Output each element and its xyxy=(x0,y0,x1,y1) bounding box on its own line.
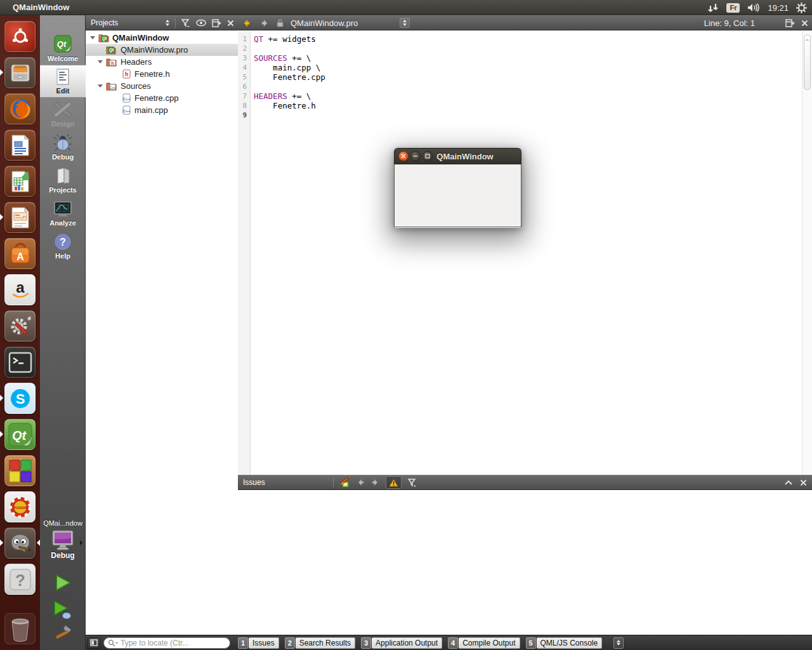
analyze-screen-icon xyxy=(53,200,72,218)
launcher-item-libreoffice-writer[interactable] xyxy=(4,129,36,161)
tree-row-pro-file[interactable]: Qt QMainWindow.pro xyxy=(86,44,238,56)
window-maximize-button[interactable] xyxy=(422,151,433,161)
mode-welcome[interactable]: Qt Welcome xyxy=(40,32,86,65)
scrollbar-thumb[interactable] xyxy=(804,34,811,90)
sync-with-editor-icon[interactable] xyxy=(196,17,206,29)
panel-selector-combo-icon[interactable] xyxy=(166,17,169,29)
filter-icon[interactable] xyxy=(181,17,190,29)
svg-text:POKER: POKER xyxy=(13,506,27,510)
prev-issue-button[interactable] xyxy=(357,476,365,489)
pane-button-search-results[interactable]: 2 Search Results xyxy=(285,637,355,649)
settings-gear-icon xyxy=(8,314,32,338)
tree-row-headers[interactable]: h Headers xyxy=(86,56,238,68)
mode-projects[interactable]: Projects xyxy=(40,164,86,197)
filter-issues-icon[interactable] xyxy=(408,476,417,489)
tree-row-sources[interactable]: C++ Sources xyxy=(86,80,238,92)
launcher-item-ubuntu-dash[interactable] xyxy=(4,21,36,52)
trash-icon xyxy=(9,616,32,642)
launcher-item-file-manager[interactable] xyxy=(4,57,36,88)
network-arrows-icon[interactable] xyxy=(707,1,719,14)
launcher-item-system-settings[interactable] xyxy=(4,310,36,342)
window-minimize-button[interactable] xyxy=(410,151,421,161)
launcher-item-libreoffice-calc[interactable] xyxy=(4,166,36,197)
calc-icon xyxy=(10,170,31,193)
svg-text:?: ? xyxy=(15,571,25,590)
expander-icon[interactable] xyxy=(98,56,103,68)
poker-chip-icon: POKER xyxy=(8,494,33,520)
split-panel-icon[interactable] xyxy=(212,17,221,29)
go-forward-button[interactable] xyxy=(259,17,268,29)
categories-icon[interactable] xyxy=(340,476,350,489)
document-dropdown[interactable] xyxy=(400,18,410,28)
code-view[interactable]: 1QT += widgets 2 3SOURCES += \ 4 main.cp… xyxy=(238,34,796,120)
debug-run-icon xyxy=(53,600,73,619)
build-button[interactable] xyxy=(49,622,77,645)
pane-button-issues[interactable]: 1 Issues xyxy=(238,637,279,649)
system-tray: Fr 19:21 xyxy=(707,0,807,15)
close-document-icon[interactable] xyxy=(801,17,808,29)
mode-help[interactable]: ? Help xyxy=(40,230,86,263)
volume-icon[interactable] xyxy=(747,1,760,14)
debug-run-button[interactable] xyxy=(49,598,77,621)
expand-panel-button[interactable] xyxy=(785,476,792,489)
launcher-item-qt-creator[interactable]: Qt xyxy=(4,419,36,450)
launcher-item-gimp[interactable] xyxy=(4,527,36,559)
pane-button-application-output[interactable]: 3 Application Output xyxy=(361,637,442,649)
issues-panel: Issues xyxy=(238,475,812,635)
show-warnings-toggle[interactable] xyxy=(386,476,402,489)
header-file-icon: h xyxy=(122,68,131,80)
editor-scrollbar[interactable] xyxy=(802,32,812,475)
menubar: QMainWindow Fr 19:21 xyxy=(0,0,812,15)
cursor-position: Line: 9, Col: 1 xyxy=(704,18,755,28)
run-button[interactable] xyxy=(49,571,77,594)
qmainwindow-app-window[interactable]: QMainWindow xyxy=(394,148,521,228)
window-close-button[interactable] xyxy=(398,151,409,161)
mode-debug[interactable]: Debug xyxy=(40,131,86,164)
svg-text:h: h xyxy=(125,71,128,77)
locator-field[interactable] xyxy=(103,637,230,649)
mode-edit[interactable]: Edit xyxy=(40,65,86,98)
launcher-item-qmainwindow-app[interactable]: ? xyxy=(4,564,36,595)
output-pane-selector[interactable] xyxy=(613,637,624,649)
mode-analyze[interactable]: Analyze xyxy=(40,197,86,230)
tree-row-fenetre-h[interactable]: h Fenetre.h xyxy=(86,68,238,80)
launcher-item-trash[interactable] xyxy=(4,613,36,644)
launcher-item-skype[interactable]: S xyxy=(4,383,36,414)
close-panel-icon[interactable] xyxy=(227,17,234,29)
locator-input[interactable] xyxy=(121,639,222,647)
launcher-item-terminal[interactable] xyxy=(4,347,36,378)
code-line: 1QT += widgets xyxy=(238,34,796,44)
expander-icon[interactable] xyxy=(90,32,95,44)
pane-button-qml-js-console[interactable]: 5 QML/JS Console xyxy=(526,637,603,649)
app-titlebar[interactable]: QMainWindow xyxy=(394,148,521,164)
mode-design[interactable]: Design xyxy=(40,98,86,131)
code-line: 6 xyxy=(238,82,796,91)
launcher-item-blocks-game[interactable] xyxy=(4,455,36,486)
tree-row-project-root[interactable]: Qt QMainWindow xyxy=(86,32,238,44)
launcher-item-poker[interactable]: POKER xyxy=(4,491,36,522)
build-target-selector[interactable]: Debug xyxy=(40,529,86,565)
svg-text:Qt: Qt xyxy=(109,48,114,53)
tree-row-main-cpp[interactable]: C++ main.cpp xyxy=(86,104,238,116)
sidebar-toggle-button[interactable] xyxy=(88,637,100,649)
expander-icon[interactable] xyxy=(98,80,103,92)
launcher-item-libreoffice-impress[interactable] xyxy=(4,202,36,233)
pane-button-compile-output[interactable]: 4 Compile Output xyxy=(448,637,520,649)
close-issues-button[interactable] xyxy=(800,476,807,489)
open-document-title: QMainWindow.pro xyxy=(291,18,358,28)
svg-text:S: S xyxy=(15,391,25,407)
launcher-item-amazon[interactable]: a xyxy=(4,274,36,305)
terminal-icon xyxy=(8,352,32,373)
build-hammer-icon xyxy=(53,624,73,643)
keyboard-layout-indicator[interactable]: Fr xyxy=(726,3,740,13)
projects-panel-title: Projects xyxy=(91,18,118,27)
next-issue-button[interactable] xyxy=(371,476,379,489)
unknown-app-icon: ? xyxy=(8,567,33,592)
launcher-item-software-center[interactable]: A xyxy=(4,238,36,269)
session-gear-icon[interactable] xyxy=(796,1,807,14)
go-back-button[interactable] xyxy=(243,17,252,29)
split-editor-icon[interactable] xyxy=(785,17,795,29)
launcher-item-firefox[interactable] xyxy=(4,93,36,124)
tree-row-fenetre-cpp[interactable]: C++ Fenetre.cpp xyxy=(86,92,238,104)
clock[interactable]: 19:21 xyxy=(768,3,789,13)
